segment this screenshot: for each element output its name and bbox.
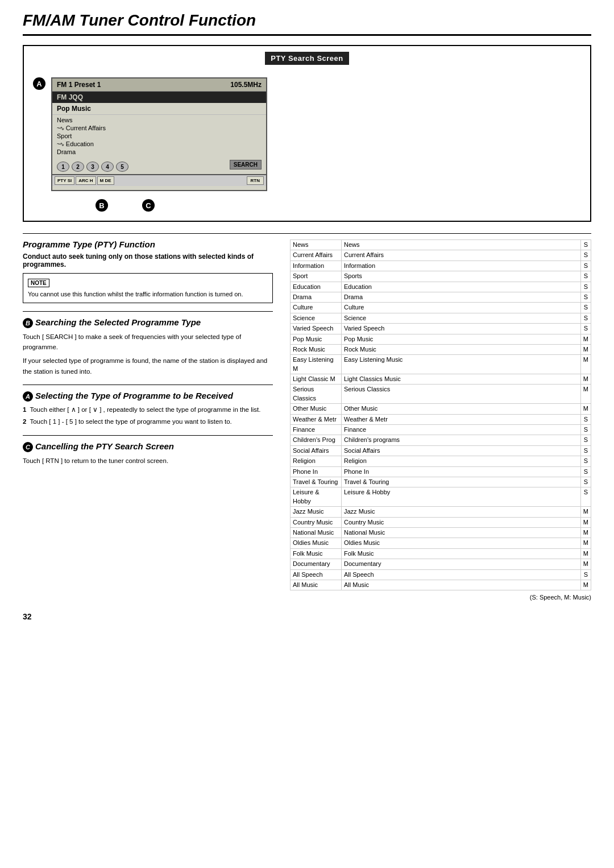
table-cell-short: Folk Music [291, 548, 342, 559]
table-cell-short: Phone In [291, 466, 342, 477]
selecting-section: ASelecting the Type of Programme to be R… [23, 391, 273, 427]
table-cell-type: S [580, 261, 591, 271]
lcd-frequency: 105.5MHz [230, 81, 262, 89]
table-cell-short: Science [291, 313, 342, 323]
table-cell-type: S [580, 282, 591, 292]
table-cell-full: Jazz Music [342, 507, 581, 517]
section-divider-3 [23, 385, 273, 385]
table-cell-short: Other Music [291, 404, 342, 414]
table-row: Oldies MusicOldies MusicM [291, 538, 591, 548]
pty-table-body: NewsNewsSCurrent AffairsCurrent AffairsS… [291, 240, 591, 590]
table-cell-short: Children's Prog [291, 435, 342, 445]
pty-si-btn[interactable]: PTY SI [55, 176, 74, 185]
menu-item-sport-label: Sport [57, 133, 72, 139]
arc-h-btn[interactable]: ARC H [76, 176, 96, 185]
table-cell-full: Travel & Touring [342, 477, 581, 487]
function-row: PTY SI ARC H M DE RTN [52, 174, 266, 186]
table-cell-full: Education [342, 282, 581, 292]
preset-btn-1[interactable]: 1 [57, 162, 69, 172]
table-cell-type: S [580, 313, 591, 323]
table-row: National MusicNational MusicM [291, 527, 591, 538]
table-cell-full: Rock Music [342, 344, 581, 354]
table-row: Other MusicOther MusicM [291, 404, 591, 414]
table-cell-short: Drama [291, 292, 342, 302]
table-cell-full: National Music [342, 527, 581, 538]
label-b-inline: B [23, 318, 33, 328]
table-cell-short: National Music [291, 527, 342, 538]
table-row: InformationInformationS [291, 261, 591, 271]
table-cell-type: S [580, 292, 591, 302]
table-cell-full: Leisure & Hobby [342, 487, 581, 507]
table-cell-full: Documentary [342, 559, 581, 569]
table-row: Varied SpeechVaried SpeechS [291, 324, 591, 334]
table-cell-type: S [580, 425, 591, 435]
table-cell-full: All Speech [342, 569, 581, 580]
section-divider-1 [23, 233, 591, 234]
preset-btn-5[interactable]: 5 [116, 162, 128, 172]
table-cell-short: Travel & Touring [291, 477, 342, 487]
table-row: Children's ProgChildren's programsS [291, 435, 591, 445]
searching-title: BSearching the Selected Programme Type [23, 317, 273, 328]
table-cell-type: S [580, 456, 591, 466]
table-row: All SpeechAll SpeechS [291, 569, 591, 580]
search-button[interactable]: SEARCH [230, 160, 262, 170]
page-number: 32 [23, 612, 591, 621]
table-row: Easy Listening MEasy Listening MusicM [291, 355, 591, 374]
table-cell-short: Pop Music [291, 334, 342, 344]
table-cell-full: News [342, 240, 581, 250]
preset-btn-2[interactable]: 2 [72, 162, 84, 172]
table-row: Pop MusicPop MusicM [291, 334, 591, 344]
label-b: B [96, 199, 108, 212]
table-cell-full: Social Affairs [342, 445, 581, 456]
cancelling-section: CCancelling the PTY Search Screen Touch … [23, 441, 273, 466]
table-cell-full: Information [342, 261, 581, 271]
pty-search-section: PTY Search Screen A FM 1 Preset 1 105.5M… [23, 45, 591, 222]
label-c-inline: C [23, 442, 33, 452]
table-cell-type: M [580, 355, 591, 374]
table-cell-type: M [580, 580, 591, 590]
preset-btn-4[interactable]: 4 [101, 162, 114, 172]
table-cell-full: Science [342, 313, 581, 323]
table-cell-type: M [580, 404, 591, 414]
table-cell-type: M [580, 507, 591, 517]
main-content: Programme Type (PTY) Function Conduct au… [23, 239, 591, 601]
table-cell-short: Light Classic M [291, 374, 342, 385]
table-row: CultureCultureS [291, 303, 591, 313]
section-divider-2 [23, 311, 273, 312]
table-cell-short: Finance [291, 425, 342, 435]
table-footer-note: (S: Speech, M: Music) [290, 594, 591, 601]
table-cell-full: Light Classics Music [342, 374, 581, 385]
table-row: FinanceFinanceS [291, 425, 591, 435]
table-cell-short: Weather & Metr [291, 414, 342, 424]
m-de-btn[interactable]: M DE [97, 176, 114, 185]
left-column: Programme Type (PTY) Function Conduct au… [23, 239, 273, 601]
right-column: NewsNewsSCurrent AffairsCurrent AffairsS… [290, 239, 591, 601]
table-row: Current AffairsCurrent AffairsS [291, 250, 591, 261]
table-row: Weather & MetrWeather & MetrS [291, 414, 591, 424]
table-cell-type: M [580, 559, 591, 569]
preset-btn-3[interactable]: 3 [86, 162, 99, 172]
searching-text2: If your selected type of programme is fo… [23, 356, 273, 377]
table-row: ReligionReligionS [291, 456, 591, 466]
table-row: Serious ClassicsSerious ClassicsM [291, 385, 591, 404]
searching-section: BSearching the Selected Programme Type T… [23, 317, 273, 377]
table-cell-full: Other Music [342, 404, 581, 414]
table-cell-full: Current Affairs [342, 250, 581, 261]
wave-icon-2: ~∿ [57, 141, 64, 147]
table-row: SportSportsS [291, 271, 591, 282]
menu-item-sport: Sport [57, 132, 262, 140]
table-cell-type: S [580, 445, 591, 456]
rtn-btn[interactable]: RTN [247, 176, 264, 185]
menu-item-drama-label: Drama [57, 148, 76, 155]
menu-item-drama: Drama [57, 148, 262, 156]
pty-function-section: Programme Type (PTY) Function Conduct au… [23, 239, 273, 303]
section-divider-4 [23, 435, 273, 436]
table-row: DramaDramaS [291, 292, 591, 302]
table-cell-type: M [580, 538, 591, 548]
table-cell-full: Culture [342, 303, 581, 313]
menu-item-education-label: Education [66, 140, 94, 147]
lcd-top-bar: FM 1 Preset 1 105.5MHz [52, 78, 266, 92]
table-row: Jazz MusicJazz MusicM [291, 507, 591, 517]
table-cell-short: Information [291, 261, 342, 271]
table-cell-type: M [580, 517, 591, 527]
